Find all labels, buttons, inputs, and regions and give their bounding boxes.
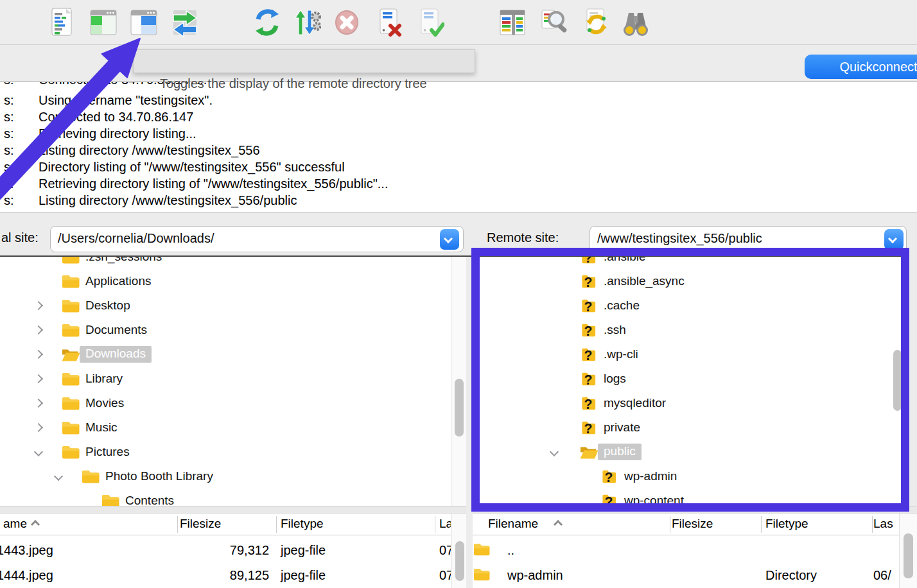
- column-divider[interactable]: [761, 516, 762, 533]
- tree-row-library[interactable]: Library: [0, 367, 451, 391]
- directory-comparison-button[interactable]: [622, 6, 650, 39]
- tree-row-documents[interactable]: Documents: [0, 318, 451, 342]
- tree-row-wp-cli[interactable]: ?.wp-cli: [473, 342, 909, 367]
- tree-row-downloads[interactable]: Downloads: [0, 342, 451, 367]
- file-modified-cell: 06/: [873, 568, 891, 583]
- tree-row-logs[interactable]: ?logs: [473, 367, 909, 391]
- file-row-item[interactable]: ..: [473, 538, 899, 563]
- tree-row-applications[interactable]: Applications: [0, 269, 451, 293]
- local-site-label: al site:: [1, 230, 39, 245]
- file-search-button[interactable]: [539, 6, 568, 39]
- tree-row-ansible[interactable]: ?.ansible: [473, 257, 909, 269]
- panel-splitter[interactable]: [466, 257, 473, 588]
- chevron-down-icon[interactable]: [34, 447, 43, 456]
- tree-row-zsh-sessions[interactable]: .zsh_sessions: [0, 257, 451, 269]
- local-path-combo[interactable]: /Users/cornelia/Downloads/: [50, 226, 464, 252]
- tree-row-pictures[interactable]: Pictures: [0, 440, 451, 464]
- file-type-cell: jpeg-file: [281, 568, 326, 583]
- svg-text:?: ?: [605, 470, 613, 485]
- quickconnect-button[interactable]: Quickconnect: [805, 55, 917, 79]
- column-divider[interactable]: [177, 516, 178, 533]
- tree-item-label: .ssh: [604, 323, 626, 337]
- remote-list-scrollbar[interactable]: [899, 514, 917, 588]
- tree-row-ansible-async[interactable]: ?.ansible_async: [473, 269, 909, 293]
- tree-row-cache[interactable]: ?.cache: [473, 293, 909, 318]
- remote-tree-toggle-icon: [130, 30, 158, 40]
- remote-tree-toggle-button[interactable]: [130, 6, 158, 39]
- folder-icon: [61, 419, 80, 437]
- panel-top-divider: [0, 255, 909, 257]
- file-size-cell: 79,312: [180, 543, 269, 558]
- sort-ascending-icon: [554, 520, 563, 529]
- svg-text:?: ?: [584, 372, 593, 387]
- reconnect-button[interactable]: [416, 6, 444, 39]
- tree-row-wp-admin[interactable]: ?wp-admin: [473, 464, 909, 489]
- chevron-right-icon[interactable]: [34, 423, 43, 432]
- tree-row-wp-content[interactable]: ?wp-content: [473, 489, 909, 507]
- directory-comparison-icon: [622, 30, 650, 40]
- remote-list-scrollbar-thumb[interactable]: [904, 533, 913, 578]
- tree-item-label: Contents: [125, 494, 174, 507]
- remote-tree-scrollbar-thumb[interactable]: [893, 350, 902, 411]
- folder-icon: [61, 273, 80, 290]
- svg-text:?: ?: [584, 397, 593, 411]
- tree-row-private[interactable]: ?private: [473, 415, 909, 440]
- folder-question-icon: ?: [579, 273, 598, 290]
- column-header-filetype[interactable]: Filetype: [765, 517, 808, 531]
- chevron-right-icon[interactable]: [34, 374, 43, 383]
- local-tree-toggle-icon: [89, 30, 118, 40]
- column-divider[interactable]: [872, 516, 873, 533]
- transfer-queue-toggle-button[interactable]: [171, 6, 199, 39]
- tree-row-desktop[interactable]: Desktop: [0, 293, 451, 318]
- message-log-toggle-button[interactable]: [48, 6, 76, 39]
- tree-row-photo-booth-library[interactable]: Photo Booth Library: [0, 464, 451, 489]
- folder-icon: [61, 395, 80, 412]
- svg-text:?: ?: [584, 299, 593, 314]
- local-tree-scrollbar[interactable]: [451, 257, 467, 507]
- column-divider[interactable]: [276, 516, 277, 533]
- column-header-filename[interactable]: Filename: [488, 517, 538, 531]
- process-queue-toggle-button[interactable]: [293, 6, 321, 39]
- cancel-operation-button[interactable]: [333, 6, 361, 39]
- local-tree-scrollbar-thumb[interactable]: [455, 379, 464, 437]
- file-row-1443-jpeg[interactable]: 1443.jpeg79,312jpeg-file07: [0, 538, 451, 563]
- chevron-right-icon[interactable]: [34, 325, 43, 334]
- listing-filters-button[interactable]: [498, 6, 527, 39]
- column-header-filesize[interactable]: Filesize: [180, 517, 274, 531]
- chevron-right-icon[interactable]: [34, 399, 43, 408]
- column-header-filesize[interactable]: Filesize: [672, 517, 756, 531]
- tree-row-mysqleditor[interactable]: ?mysqleditor: [473, 391, 909, 415]
- local-file-list: ameFilesizeFiletypeLa1443.jpeg79,312jpeg…: [0, 514, 451, 588]
- column-header-last-modified[interactable]: Las: [873, 517, 893, 531]
- tree-row-contents[interactable]: Contents: [0, 489, 451, 507]
- local-path-dropdown-button[interactable]: [440, 229, 459, 250]
- file-row-1444-jpeg[interactable]: 1444.jpeg89,125jpeg-file07: [0, 563, 451, 588]
- column-header-last-modified[interactable]: La: [439, 517, 451, 531]
- remote-path-combo[interactable]: /www/testingsitex_556/public: [590, 226, 907, 252]
- remote-path-dropdown-button[interactable]: [884, 229, 904, 250]
- tree-row-movies[interactable]: Movies: [0, 391, 451, 415]
- column-header-filename[interactable]: ame: [3, 517, 27, 531]
- column-divider[interactable]: [435, 516, 435, 533]
- column-divider[interactable]: [670, 516, 670, 533]
- column-header-filetype[interactable]: Filetype: [281, 517, 324, 531]
- synchronized-browsing-button[interactable]: [582, 6, 610, 39]
- file-name-cell: wp-admin: [507, 568, 563, 583]
- local-tree-toggle-button[interactable]: [89, 6, 118, 39]
- disconnect-icon: [375, 30, 403, 40]
- chevron-right-icon[interactable]: [34, 301, 43, 310]
- refresh-button[interactable]: [253, 6, 281, 39]
- tree-row-public[interactable]: public: [473, 440, 909, 464]
- chevron-down-icon[interactable]: [550, 447, 559, 456]
- file-row-wp-admin[interactable]: wp-adminDirectory06/: [473, 563, 899, 588]
- sort-ascending-icon: [31, 520, 40, 529]
- local-list-scrollbar-thumb[interactable]: [455, 541, 464, 581]
- log-status-prefix: s:: [4, 193, 14, 208]
- tree-row-music[interactable]: Music: [0, 415, 451, 440]
- chevron-down-icon[interactable]: [54, 472, 63, 481]
- local-path-text: /Users/cornelia/Downloads/: [58, 231, 214, 246]
- tree-item-label: Library: [85, 372, 123, 386]
- tree-row-ssh[interactable]: ?.ssh: [473, 318, 909, 342]
- chevron-right-icon[interactable]: [34, 350, 43, 359]
- disconnect-button[interactable]: [375, 6, 403, 39]
